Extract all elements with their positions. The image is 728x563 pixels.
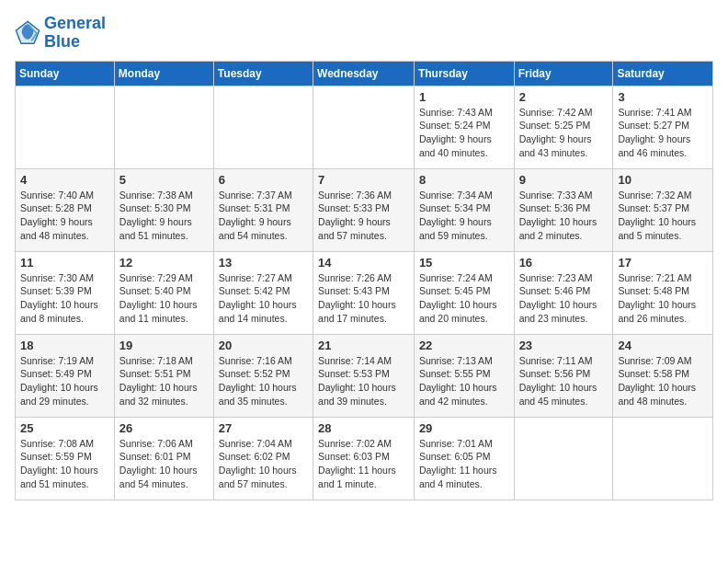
calendar-cell [514, 417, 613, 500]
day-number: 27 [219, 421, 308, 435]
day-number: 6 [219, 173, 308, 187]
day-info: Sunrise: 7:30 AM Sunset: 5:39 PM Dayligh… [20, 271, 109, 326]
day-number: 23 [519, 339, 609, 352]
day-number: 29 [419, 421, 509, 435]
day-info: Sunrise: 7:42 AM Sunset: 5:25 PM Dayligh… [519, 106, 609, 160]
day-number: 24 [618, 339, 708, 352]
calendar-cell: 19Sunrise: 7:18 AM Sunset: 5:51 PM Dayli… [114, 334, 213, 417]
calendar-cell: 7Sunrise: 7:36 AM Sunset: 5:33 PM Daylig… [313, 168, 415, 251]
day-info: Sunrise: 7:34 AM Sunset: 5:34 PM Dayligh… [419, 189, 509, 243]
calendar-cell: 4Sunrise: 7:40 AM Sunset: 5:28 PM Daylig… [16, 168, 115, 251]
day-number: 28 [318, 421, 409, 435]
day-info: Sunrise: 7:01 AM Sunset: 6:05 PM Dayligh… [419, 437, 509, 491]
calendar-cell [114, 86, 213, 168]
calendar-cell: 29Sunrise: 7:01 AM Sunset: 6:05 PM Dayli… [414, 417, 514, 500]
calendar-cell: 5Sunrise: 7:38 AM Sunset: 5:30 PM Daylig… [114, 168, 213, 251]
calendar-cell: 16Sunrise: 7:23 AM Sunset: 5:46 PM Dayli… [514, 251, 613, 334]
calendar-cell: 23Sunrise: 7:11 AM Sunset: 5:56 PM Dayli… [514, 334, 613, 417]
calendar-cell: 1Sunrise: 7:43 AM Sunset: 5:24 PM Daylig… [414, 86, 514, 168]
logo: General Blue [15, 15, 106, 52]
calendar-cell [16, 86, 115, 168]
calendar-cell: 14Sunrise: 7:26 AM Sunset: 5:43 PM Dayli… [313, 251, 415, 334]
header-saturday: Saturday [613, 61, 713, 86]
day-number: 9 [519, 173, 609, 187]
day-number: 14 [318, 256, 409, 270]
calendar-cell: 2Sunrise: 7:42 AM Sunset: 5:25 PM Daylig… [514, 86, 613, 168]
calendar-cell: 9Sunrise: 7:33 AM Sunset: 5:36 PM Daylig… [514, 168, 613, 251]
calendar-cell: 25Sunrise: 7:08 AM Sunset: 5:59 PM Dayli… [16, 417, 115, 500]
header-sunday: Sunday [16, 61, 115, 86]
calendar-week-2: 4Sunrise: 7:40 AM Sunset: 5:28 PM Daylig… [16, 168, 713, 251]
day-number: 21 [318, 339, 409, 352]
header-monday: Monday [114, 61, 213, 86]
day-info: Sunrise: 7:27 AM Sunset: 5:42 PM Dayligh… [219, 271, 308, 326]
calendar-cell: 13Sunrise: 7:27 AM Sunset: 5:42 PM Dayli… [213, 251, 313, 334]
header-wednesday: Wednesday [313, 61, 415, 86]
day-info: Sunrise: 7:26 AM Sunset: 5:43 PM Dayligh… [318, 271, 409, 326]
calendar-cell: 11Sunrise: 7:30 AM Sunset: 5:39 PM Dayli… [16, 251, 115, 334]
day-number: 25 [20, 421, 109, 435]
day-info: Sunrise: 7:23 AM Sunset: 5:46 PM Dayligh… [519, 271, 609, 326]
day-info: Sunrise: 7:38 AM Sunset: 5:30 PM Dayligh… [119, 189, 209, 243]
day-info: Sunrise: 7:11 AM Sunset: 5:56 PM Dayligh… [519, 354, 609, 408]
calendar-cell: 27Sunrise: 7:04 AM Sunset: 6:02 PM Dayli… [213, 417, 313, 500]
day-info: Sunrise: 7:41 AM Sunset: 5:27 PM Dayligh… [618, 106, 708, 160]
day-number: 26 [119, 421, 209, 435]
day-number: 16 [519, 256, 609, 270]
calendar-cell [613, 417, 713, 500]
day-number: 17 [618, 256, 708, 270]
calendar-table: SundayMondayTuesdayWednesdayThursdayFrid… [15, 61, 713, 500]
day-number: 1 [419, 90, 509, 104]
day-info: Sunrise: 7:33 AM Sunset: 5:36 PM Dayligh… [519, 189, 609, 243]
day-info: Sunrise: 7:04 AM Sunset: 6:02 PM Dayligh… [219, 437, 308, 491]
day-info: Sunrise: 7:02 AM Sunset: 6:03 PM Dayligh… [318, 437, 409, 491]
calendar-cell: 17Sunrise: 7:21 AM Sunset: 5:48 PM Dayli… [613, 251, 713, 334]
calendar-cell [313, 86, 415, 168]
day-info: Sunrise: 7:14 AM Sunset: 5:53 PM Dayligh… [318, 354, 409, 408]
calendar-cell: 10Sunrise: 7:32 AM Sunset: 5:37 PM Dayli… [613, 168, 713, 251]
logo-icon [15, 20, 40, 46]
day-number: 7 [318, 173, 409, 187]
calendar-cell: 6Sunrise: 7:37 AM Sunset: 5:31 PM Daylig… [213, 168, 313, 251]
calendar-week-5: 25Sunrise: 7:08 AM Sunset: 5:59 PM Dayli… [16, 417, 713, 500]
day-number: 10 [618, 173, 708, 187]
calendar-cell: 15Sunrise: 7:24 AM Sunset: 5:45 PM Dayli… [414, 251, 514, 334]
day-number: 3 [618, 90, 708, 104]
calendar-week-4: 18Sunrise: 7:19 AM Sunset: 5:49 PM Dayli… [16, 334, 713, 417]
day-info: Sunrise: 7:32 AM Sunset: 5:37 PM Dayligh… [618, 189, 708, 243]
calendar-cell: 22Sunrise: 7:13 AM Sunset: 5:55 PM Dayli… [414, 334, 514, 417]
day-info: Sunrise: 7:43 AM Sunset: 5:24 PM Dayligh… [419, 106, 509, 160]
day-info: Sunrise: 7:18 AM Sunset: 5:51 PM Dayligh… [119, 354, 209, 408]
calendar-cell: 18Sunrise: 7:19 AM Sunset: 5:49 PM Dayli… [16, 334, 115, 417]
header-friday: Friday [514, 61, 613, 86]
header-tuesday: Tuesday [213, 61, 313, 86]
header-thursday: Thursday [414, 61, 514, 86]
day-number: 5 [119, 173, 209, 187]
logo-text-blue: Blue [44, 33, 106, 52]
day-number: 22 [419, 339, 509, 352]
day-info: Sunrise: 7:16 AM Sunset: 5:52 PM Dayligh… [219, 354, 308, 408]
day-number: 12 [119, 256, 209, 270]
day-info: Sunrise: 7:36 AM Sunset: 5:33 PM Dayligh… [318, 189, 409, 243]
page-header: General Blue [15, 15, 713, 52]
day-info: Sunrise: 7:19 AM Sunset: 5:49 PM Dayligh… [20, 354, 109, 408]
day-number: 18 [20, 339, 109, 352]
day-info: Sunrise: 7:40 AM Sunset: 5:28 PM Dayligh… [20, 189, 109, 243]
day-number: 8 [419, 173, 509, 187]
day-info: Sunrise: 7:29 AM Sunset: 5:40 PM Dayligh… [119, 271, 209, 326]
calendar-body: 1Sunrise: 7:43 AM Sunset: 5:24 PM Daylig… [16, 86, 713, 500]
day-number: 13 [219, 256, 308, 270]
calendar-week-3: 11Sunrise: 7:30 AM Sunset: 5:39 PM Dayli… [16, 251, 713, 334]
logo-text-general: General [44, 15, 106, 33]
day-number: 4 [20, 173, 109, 187]
calendar-cell: 28Sunrise: 7:02 AM Sunset: 6:03 PM Dayli… [313, 417, 415, 500]
calendar-week-1: 1Sunrise: 7:43 AM Sunset: 5:24 PM Daylig… [16, 86, 713, 168]
calendar-cell: 20Sunrise: 7:16 AM Sunset: 5:52 PM Dayli… [213, 334, 313, 417]
day-info: Sunrise: 7:37 AM Sunset: 5:31 PM Dayligh… [219, 189, 308, 243]
calendar-cell: 26Sunrise: 7:06 AM Sunset: 6:01 PM Dayli… [114, 417, 213, 500]
day-number: 2 [519, 90, 609, 104]
calendar-cell: 24Sunrise: 7:09 AM Sunset: 5:58 PM Dayli… [613, 334, 713, 417]
day-info: Sunrise: 7:08 AM Sunset: 5:59 PM Dayligh… [20, 437, 109, 491]
day-info: Sunrise: 7:06 AM Sunset: 6:01 PM Dayligh… [119, 437, 209, 491]
calendar-header-row: SundayMondayTuesdayWednesdayThursdayFrid… [16, 61, 713, 86]
